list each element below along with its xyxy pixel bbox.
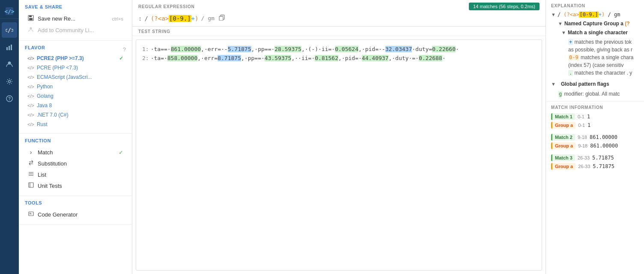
group-val-3: 5.71875 <box>593 163 614 169</box>
flavor-pcre2-tag: </> <box>27 56 34 61</box>
explanation-content: ▼ / (?<a>[0-9.]+) / gm ▼ Named Capture G… <box>551 11 639 98</box>
tools-code-gen-label: Code Generator <box>38 211 78 218</box>
main-content: REGULAR EXPRESSION 14 matches (56 steps,… <box>132 0 546 274</box>
flavor-dotnet-label: .NET 7.0 (C#) <box>37 112 69 118</box>
match-badge: 14 matches (56 steps, 0.2ms) <box>469 3 540 10</box>
group-label-3: Group a <box>551 163 575 170</box>
explanation-title: EXPLANATION <box>551 3 639 8</box>
regex-quantifier: + <box>191 15 195 22</box>
match-info-row-3: Match 3 26-33 5.71875 <box>551 154 639 161</box>
regex-expression-display: (?<a>[0-9.]+) <box>151 15 199 22</box>
exp-sub-index: (index 57) (case sensitiv <box>568 61 639 69</box>
exp-flag-g: g <box>558 91 563 97</box>
svg-text:</>: </> <box>5 8 14 15</box>
group-info-row-3: Group a 26-33 5.71875 <box>551 163 639 170</box>
regex-dot-delimiter: : <box>138 15 142 22</box>
flavor-java-label: Java 8 <box>37 102 52 108</box>
nav-help-icon[interactable]: ? <box>2 91 17 106</box>
line2-mid3: ,··ii=· <box>291 55 315 61</box>
exp-toggle-chevron[interactable]: ▼ <box>551 11 556 19</box>
save-new-button[interactable]: Save new Re... ctrl+s <box>25 13 126 24</box>
exp-plus: + <box>599 12 602 18</box>
svg-rect-4 <box>9 46 10 50</box>
match-hl-3: 28.59375 <box>274 46 301 52</box>
flavor-ecma[interactable]: </> ECMAScript (JavaScri... <box>25 72 126 82</box>
tools-code-gen[interactable]: Code Generator <box>25 209 126 220</box>
exp-match-single-label: Match a single character <box>568 29 628 37</box>
svg-text:</>: </> <box>6 27 13 33</box>
line1-pre1: ·ta==· <box>151 46 171 52</box>
exp-bracket-code: 0-9 <box>568 54 579 60</box>
flavor-pcre2-label: PCRE2 (PHP >=7.3) <box>37 55 84 61</box>
tools-title: TOOLS <box>25 200 126 205</box>
flavor-python-label: Python <box>37 84 53 90</box>
line1-mid3: ,·(-)·ii=· <box>301 46 335 52</box>
line-num-1: 1: <box>142 46 149 52</box>
svg-point-13 <box>30 27 32 30</box>
exp-flags-desc: g modifier: global. All matc <box>558 90 639 98</box>
function-list[interactable]: List <box>25 169 126 180</box>
match-info-title: MATCH INFORMATION <box>551 105 639 110</box>
line1-mid2: ,·pp==· <box>251 46 275 52</box>
exp-match-toggle[interactable]: ▼ <box>561 29 566 37</box>
line1-mid1: ,·err=·- <box>201 46 228 52</box>
exp-named-toggle[interactable]: ▼ <box>558 20 563 28</box>
icon-sidebar: </> </> ? <box>0 0 19 274</box>
match-label-2: Match 2 <box>551 134 575 141</box>
flavor-golang-label: Golang <box>37 93 54 99</box>
copy-regex-button[interactable] <box>217 14 227 23</box>
save-share-title: SAVE & SHARE <box>25 4 126 9</box>
test-section-label: TEST STRING <box>132 27 546 36</box>
match-pos-3: 26-33 <box>578 155 590 160</box>
add-community-label: Add to Community Li... <box>38 27 94 33</box>
save-new-label: Save new Re... <box>38 15 75 22</box>
flavor-rust[interactable]: </> Rust <box>25 120 126 129</box>
match-hl-1: 861.00000 <box>171 46 201 52</box>
group-info-row-1: Group a 0-1 1 <box>551 122 639 129</box>
svg-rect-17 <box>29 183 33 187</box>
function-section: FUNCTION › Match ✓ Substitution List <box>19 134 132 196</box>
test-line-1: 1:·ta==·861.00000,·err=·-5.71875,·pp==·2… <box>142 45 536 54</box>
match-hl-10: 0.81562 <box>315 55 338 61</box>
flavor-ecma-label: ECMAScript (JavaScri... <box>37 74 92 80</box>
exp-flags-toggle[interactable]: ▼ <box>551 81 556 88</box>
group-label-2: Group a <box>551 142 575 149</box>
svg-rect-5 <box>11 45 12 50</box>
flavor-python[interactable]: </> Python <box>25 82 126 91</box>
nav-settings-icon[interactable] <box>2 74 17 89</box>
exp-regex-display: / (?<a>[0-9.]+) / gm <box>558 11 620 19</box>
exp-sub-2: as possible, giving back as r <box>568 46 639 54</box>
unit-tests-icon <box>27 182 34 189</box>
community-icon <box>27 27 34 34</box>
flavor-dotnet[interactable]: </> .NET 7.0 (C#) <box>25 110 126 120</box>
match-hl-12: 0.22688 <box>419 55 442 61</box>
flavor-golang-tag: </> <box>27 93 34 99</box>
flavor-pcre[interactable]: </> PCRE (PHP <7.3) <box>25 63 126 72</box>
nav-user-icon[interactable] <box>2 57 17 72</box>
add-community-button: Add to Community Li... <box>25 24 126 36</box>
function-substitution-label: Substitution <box>38 160 67 167</box>
flavor-python-tag: </> <box>27 84 34 89</box>
exp-flags-row: ▼ Global pattern flags <box>551 78 639 89</box>
line2-mid5: ,·duty·=· <box>388 55 418 61</box>
flavor-java[interactable]: </> Java 8 <box>25 101 126 110</box>
svg-point-7 <box>9 81 11 83</box>
nav-chart-icon[interactable] <box>2 39 17 55</box>
svg-rect-3 <box>6 47 8 50</box>
exp-named-end: ) <box>602 12 605 18</box>
function-match[interactable]: › Match ✓ <box>25 147 126 158</box>
test-content-area[interactable]: 1:·ta==·861.00000,·err=·-5.71875,·pp==·2… <box>136 39 542 271</box>
regex-section-label: REGULAR EXPRESSION <box>138 4 195 9</box>
match-val-3: 5.71875 <box>592 155 614 161</box>
flavor-pcre2[interactable]: </> PCRE2 (PHP >=7.3) ✓ <box>25 54 126 63</box>
nav-regex-icon[interactable]: </> <box>2 22 17 38</box>
flavor-golang[interactable]: </> Golang <box>25 91 126 101</box>
function-match-label: Match <box>38 149 53 156</box>
function-substitution[interactable]: Substitution <box>25 158 126 169</box>
flavor-help-icon[interactable]: ? <box>123 46 126 53</box>
exp-flags-label: Global pattern flags <box>561 80 609 88</box>
match-pos-2: 9-18 <box>578 135 587 140</box>
line2-mid4: ,·pid=· <box>338 55 362 61</box>
group-label-1: Group a <box>551 122 575 129</box>
function-unit-tests[interactable]: Unit Tests <box>25 180 126 191</box>
